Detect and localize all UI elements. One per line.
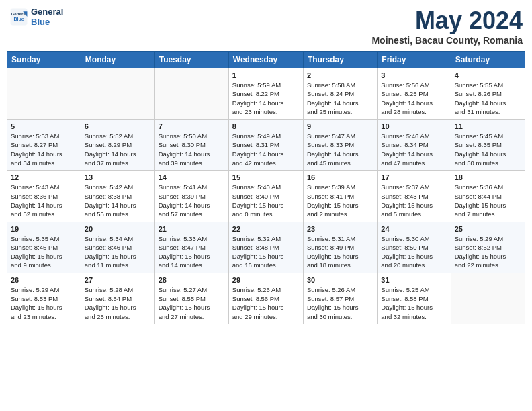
calendar-cell: 30Sunrise: 5:26 AM Sunset: 8:57 PM Dayli… [303,273,377,324]
day-number: 1 [232,71,300,79]
svg-text:Blue: Blue [13,17,24,21]
calendar-cell: 15Sunrise: 5:40 AM Sunset: 8:40 PM Dayli… [228,171,303,222]
day-number: 21 [159,225,225,233]
day-number: 18 [455,173,521,181]
calendar-week-row: 1Sunrise: 5:59 AM Sunset: 8:22 PM Daylig… [7,68,525,120]
calendar-week-row: 12Sunrise: 5:43 AM Sunset: 8:36 PM Dayli… [7,171,525,222]
weekday-header-sunday: Sunday [7,52,81,68]
day-info: Sunrise: 5:29 AM Sunset: 8:53 PM Dayligh… [11,285,77,321]
day-number: 11 [455,122,521,130]
calendar-cell: 22Sunrise: 5:32 AM Sunset: 8:48 PM Dayli… [228,222,303,273]
logo-text-general: General [31,7,63,17]
day-number: 15 [232,173,300,181]
calendar-cell: 10Sunrise: 5:46 AM Sunset: 8:34 PM Dayli… [378,120,451,171]
day-info: Sunrise: 5:35 AM Sunset: 8:45 PM Dayligh… [11,234,77,270]
day-info: Sunrise: 5:30 AM Sunset: 8:50 PM Dayligh… [381,234,447,270]
day-number: 17 [381,173,447,181]
calendar-cell: 12Sunrise: 5:43 AM Sunset: 8:36 PM Dayli… [7,171,81,222]
calendar-cell: 7Sunrise: 5:50 AM Sunset: 8:30 PM Daylig… [154,120,228,171]
day-info: Sunrise: 5:50 AM Sunset: 8:30 PM Dayligh… [159,132,225,167]
calendar-cell: 31Sunrise: 5:25 AM Sunset: 8:58 PM Dayli… [378,273,451,324]
calendar-cell: 6Sunrise: 5:52 AM Sunset: 8:29 PM Daylig… [81,120,154,171]
day-number: 29 [232,276,300,284]
day-info: Sunrise: 5:56 AM Sunset: 8:25 PM Dayligh… [381,81,447,116]
calendar-cell: 11Sunrise: 5:45 AM Sunset: 8:35 PM Dayli… [451,120,525,171]
location-subtitle: Moinesti, Bacau County, Romania [371,35,523,46]
calendar-cell [451,273,525,324]
day-number: 2 [307,71,373,79]
day-number: 22 [232,225,300,233]
day-info: Sunrise: 5:53 AM Sunset: 8:27 PM Dayligh… [11,132,77,167]
month-title: May 2024 [371,7,523,35]
day-number: 20 [85,225,151,233]
calendar-cell: 3Sunrise: 5:56 AM Sunset: 8:25 PM Daylig… [378,68,451,120]
calendar-cell: 25Sunrise: 5:29 AM Sunset: 8:52 PM Dayli… [451,222,525,273]
day-number: 5 [11,122,77,130]
day-number: 16 [307,173,373,181]
calendar-week-row: 5Sunrise: 5:53 AM Sunset: 8:27 PM Daylig… [7,120,525,171]
calendar-cell: 24Sunrise: 5:30 AM Sunset: 8:50 PM Dayli… [378,222,451,273]
day-info: Sunrise: 5:28 AM Sunset: 8:54 PM Dayligh… [85,285,151,321]
day-number: 27 [85,276,151,284]
weekday-header-tuesday: Tuesday [154,52,228,68]
day-info: Sunrise: 5:33 AM Sunset: 8:47 PM Dayligh… [159,234,225,270]
day-number: 6 [85,122,151,130]
calendar-cell: 13Sunrise: 5:42 AM Sunset: 8:38 PM Dayli… [81,171,154,222]
calendar-week-row: 19Sunrise: 5:35 AM Sunset: 8:45 PM Dayli… [7,222,525,273]
day-info: Sunrise: 5:52 AM Sunset: 8:29 PM Dayligh… [85,132,151,167]
day-number: 3 [381,71,447,79]
calendar-cell: 17Sunrise: 5:37 AM Sunset: 8:43 PM Dayli… [378,171,451,222]
day-info: Sunrise: 5:36 AM Sunset: 8:44 PM Dayligh… [455,183,521,218]
day-info: Sunrise: 5:25 AM Sunset: 8:58 PM Dayligh… [381,285,447,321]
day-number: 26 [11,276,77,284]
day-info: Sunrise: 5:39 AM Sunset: 8:41 PM Dayligh… [307,183,373,218]
calendar-cell: 20Sunrise: 5:34 AM Sunset: 8:46 PM Dayli… [81,222,154,273]
logo-icon: General Blue [9,7,28,26]
calendar-table: SundayMondayTuesdayWednesdayThursdayFrid… [7,51,525,324]
weekday-header-saturday: Saturday [451,52,525,68]
day-info: Sunrise: 5:37 AM Sunset: 8:43 PM Dayligh… [381,183,447,218]
day-number: 28 [159,276,225,284]
day-number: 8 [232,122,300,130]
day-number: 23 [307,225,373,233]
logo-text-blue: Blue [31,17,63,27]
day-number: 19 [11,225,77,233]
day-info: Sunrise: 5:55 AM Sunset: 8:26 PM Dayligh… [455,81,521,116]
calendar-cell: 8Sunrise: 5:49 AM Sunset: 8:31 PM Daylig… [228,120,303,171]
day-number: 25 [455,225,521,233]
day-info: Sunrise: 5:34 AM Sunset: 8:46 PM Dayligh… [85,234,151,270]
calendar-cell: 16Sunrise: 5:39 AM Sunset: 8:41 PM Dayli… [303,171,377,222]
calendar-cell: 4Sunrise: 5:55 AM Sunset: 8:26 PM Daylig… [451,68,525,120]
day-number: 31 [381,276,447,284]
weekday-header-monday: Monday [81,52,154,68]
day-info: Sunrise: 5:47 AM Sunset: 8:33 PM Dayligh… [307,132,373,167]
day-number: 12 [11,173,77,181]
weekday-header-row: SundayMondayTuesdayWednesdayThursdayFrid… [7,52,525,68]
calendar-cell: 29Sunrise: 5:26 AM Sunset: 8:56 PM Dayli… [228,273,303,324]
day-number: 10 [381,122,447,130]
day-info: Sunrise: 5:43 AM Sunset: 8:36 PM Dayligh… [11,183,77,218]
day-info: Sunrise: 5:58 AM Sunset: 8:24 PM Dayligh… [307,81,373,116]
calendar-cell [7,68,81,120]
day-info: Sunrise: 5:26 AM Sunset: 8:56 PM Dayligh… [232,285,300,321]
day-info: Sunrise: 5:59 AM Sunset: 8:22 PM Dayligh… [232,81,300,116]
weekday-header-thursday: Thursday [303,52,377,68]
calendar-cell: 2Sunrise: 5:58 AM Sunset: 8:24 PM Daylig… [303,68,377,120]
day-number: 9 [307,122,373,130]
calendar-week-row: 26Sunrise: 5:29 AM Sunset: 8:53 PM Dayli… [7,273,525,324]
day-number: 13 [85,173,151,181]
day-info: Sunrise: 5:46 AM Sunset: 8:34 PM Dayligh… [381,132,447,167]
title-block: May 2024 Moinesti, Bacau County, Romania [371,7,523,46]
day-info: Sunrise: 5:40 AM Sunset: 8:40 PM Dayligh… [232,183,300,218]
day-info: Sunrise: 5:27 AM Sunset: 8:55 PM Dayligh… [159,285,225,321]
calendar-cell: 18Sunrise: 5:36 AM Sunset: 8:44 PM Dayli… [451,171,525,222]
weekday-header-wednesday: Wednesday [228,52,303,68]
calendar-cell: 5Sunrise: 5:53 AM Sunset: 8:27 PM Daylig… [7,120,81,171]
day-info: Sunrise: 5:45 AM Sunset: 8:35 PM Dayligh… [455,132,521,167]
day-info: Sunrise: 5:49 AM Sunset: 8:31 PM Dayligh… [232,132,300,167]
calendar-cell [154,68,228,120]
calendar-cell: 23Sunrise: 5:31 AM Sunset: 8:49 PM Dayli… [303,222,377,273]
day-info: Sunrise: 5:29 AM Sunset: 8:52 PM Dayligh… [455,234,521,270]
calendar-cell: 9Sunrise: 5:47 AM Sunset: 8:33 PM Daylig… [303,120,377,171]
page-header: General Blue General Blue May 2024 Moine… [7,7,525,46]
